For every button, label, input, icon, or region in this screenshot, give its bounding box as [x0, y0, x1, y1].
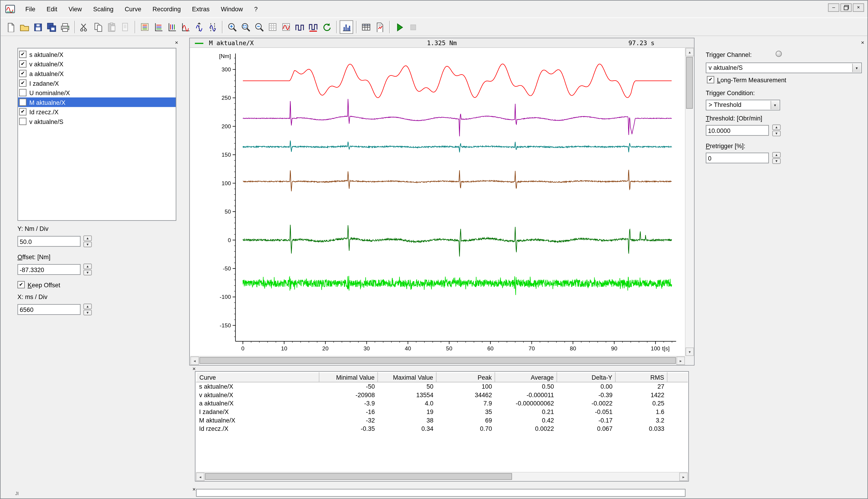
scroll-left-button[interactable]: ◄	[190, 356, 199, 365]
channel-item-v-aktualne-s[interactable]: v aktualne/S	[18, 117, 176, 126]
channel-item-s-aktualne-x[interactable]: ✔s aktualne/X	[18, 50, 176, 59]
spin-down-button[interactable]: ▼	[83, 270, 92, 275]
hscroll-thumb[interactable]	[199, 357, 676, 364]
chart-vscrollbar[interactable]: ▲ ▼	[685, 48, 693, 356]
refresh-button[interactable]	[320, 20, 334, 34]
channel-checkbox[interactable]: ✔	[19, 80, 26, 87]
data-table-button[interactable]	[359, 20, 373, 34]
show-legend-button[interactable]	[138, 20, 151, 34]
menu-file[interactable]: File	[20, 4, 41, 14]
report-button[interactable]	[373, 20, 386, 34]
channel-checkbox[interactable]: ✔	[19, 99, 26, 106]
col-header-maximal-value[interactable]: Maximal Value	[378, 373, 436, 382]
results-hscrollbar[interactable]: ◄ ►	[196, 472, 688, 480]
menu-view[interactable]: View	[63, 4, 87, 14]
col-header-average[interactable]: Average	[495, 373, 557, 382]
zoom-in-button[interactable]	[225, 20, 239, 34]
start-measurement-button[interactable]	[393, 20, 406, 34]
spin-up-button[interactable]: ▲	[83, 264, 92, 269]
spin-down-button[interactable]: ▼	[772, 158, 781, 164]
channel-item-a-aktualne-x[interactable]: ✔a aktualne/X	[18, 69, 176, 78]
menu-window[interactable]: Window	[215, 4, 249, 14]
trigger-condition-select[interactable]: > Threshold ▼	[706, 100, 780, 110]
table-row[interactable]: I zadane/X-1619350.21-0.0511.6	[196, 407, 688, 416]
restore-button[interactable]	[840, 3, 852, 12]
col-header-curve[interactable]: Curve	[196, 373, 319, 382]
grid-curve-button[interactable]	[280, 20, 293, 34]
results-hscroll-thumb[interactable]	[205, 473, 512, 480]
menu-edit[interactable]: Edit	[41, 4, 63, 14]
x-axes-button[interactable]	[165, 20, 179, 34]
channel-checkbox[interactable]: ✔	[19, 51, 26, 58]
pretrigger-input[interactable]	[706, 153, 769, 163]
spin-up-button[interactable]: ▲	[772, 152, 781, 158]
show-grid-button[interactable]	[266, 20, 280, 34]
channel-item-v-aktualne-x[interactable]: ✔v aktualne/X	[18, 59, 176, 69]
cursor-measure-button[interactable]	[192, 20, 206, 34]
menu-help[interactable]: ?	[248, 4, 263, 14]
channel-checkbox[interactable]: ✔	[19, 60, 26, 68]
scroll-down-button[interactable]: ▼	[686, 348, 694, 356]
zoom-window-button[interactable]	[239, 20, 252, 34]
notes-field[interactable]	[196, 489, 685, 497]
channel-item-id-rzecz-x[interactable]: ✔Id rzecz./X	[18, 107, 176, 117]
zoom-out-button[interactable]	[252, 20, 266, 34]
menu-curve[interactable]: Curve	[119, 4, 147, 14]
vscroll-thumb[interactable]	[686, 57, 693, 109]
channel-checkbox[interactable]: ✔	[19, 70, 26, 77]
chevron-down-icon[interactable]: ▼	[852, 64, 860, 72]
menu-recording[interactable]: Recording	[147, 4, 187, 14]
spin-up-button[interactable]: ▲	[83, 304, 92, 309]
y-div-input[interactable]	[17, 236, 80, 246]
channel-list[interactable]: ✔s aktualne/X✔v aktualne/X✔a aktualne/X✔…	[17, 48, 176, 221]
results-table[interactable]: CurveMinimal ValueMaximal ValuePeakAvera…	[196, 372, 688, 472]
spin-up-button[interactable]: ▲	[772, 124, 781, 130]
chart-hscrollbar[interactable]: ◄ ►	[190, 356, 685, 364]
save-button[interactable]	[31, 20, 45, 34]
menu-scaling[interactable]: Scaling	[87, 4, 119, 14]
open-file-button[interactable]	[17, 20, 31, 34]
long-term-checkbox[interactable]: ✔	[707, 76, 714, 83]
channel-checkbox[interactable]	[19, 118, 26, 125]
threshold-input[interactable]	[706, 125, 769, 136]
spin-up-button[interactable]: ▲	[83, 235, 92, 241]
scroll-left-button[interactable]: ◄	[196, 473, 204, 481]
trigger-panel-close-button[interactable]: ×	[859, 39, 866, 46]
keep-offset-row[interactable]: ✔ Keep Offset	[17, 281, 60, 289]
table-row[interactable]: v aktualne/X-209081355434462-0.000011-0.…	[196, 390, 688, 399]
menu-extras[interactable]: Extras	[186, 4, 215, 14]
print-button[interactable]	[58, 20, 72, 34]
y-axes-button[interactable]	[151, 20, 165, 34]
channel-panel-close-button[interactable]: ×	[173, 39, 180, 46]
single-trigger-button[interactable]	[293, 20, 307, 34]
spin-down-button[interactable]: ▼	[772, 131, 781, 136]
chevron-down-icon[interactable]: ▼	[771, 101, 779, 109]
minimize-button[interactable]: –	[828, 3, 839, 12]
spin-down-button[interactable]: ▼	[83, 242, 92, 247]
new-file-button[interactable]	[4, 20, 17, 34]
channel-checkbox[interactable]: ✔	[19, 108, 26, 115]
cut-button[interactable]	[78, 20, 91, 34]
keep-offset-checkbox[interactable]: ✔	[17, 281, 25, 289]
channel-checkbox[interactable]	[19, 89, 26, 96]
long-term-row[interactable]: ✔ Long-Term Measurement	[707, 76, 786, 83]
chart-svg[interactable]: -150-100-5005010015020025030001020304050…	[190, 48, 686, 356]
channel-item-u-nominalne-x[interactable]: U nominalne/X	[18, 88, 176, 97]
channel-item-m-aktualne-x[interactable]: ✔M aktualne/X	[18, 97, 176, 107]
copy-button[interactable]	[91, 20, 105, 34]
trigger-channel-select[interactable]: v aktualne/S ▼	[706, 62, 862, 73]
close-button[interactable]: ×	[853, 3, 864, 12]
table-row[interactable]: a aktualne/X-3.94.07.9-0.000000062-0.002…	[196, 399, 688, 407]
histogram-button[interactable]	[340, 20, 353, 34]
x-div-input[interactable]	[17, 304, 80, 315]
col-header-peak[interactable]: Peak	[436, 373, 495, 382]
scroll-right-button[interactable]: ►	[677, 356, 685, 365]
cursor-measure-2-button[interactable]	[206, 20, 219, 34]
col-header-delta-y[interactable]: Delta-Y	[557, 373, 615, 382]
scroll-right-button[interactable]: ►	[679, 473, 688, 481]
channel-item-i-zadane-x[interactable]: ✔I zadane/X	[18, 78, 176, 88]
col-header-rms[interactable]: RMS	[615, 373, 667, 382]
curve-settings-button[interactable]	[178, 20, 192, 34]
offset-input[interactable]	[17, 264, 80, 275]
spin-down-button[interactable]: ▼	[83, 310, 92, 315]
